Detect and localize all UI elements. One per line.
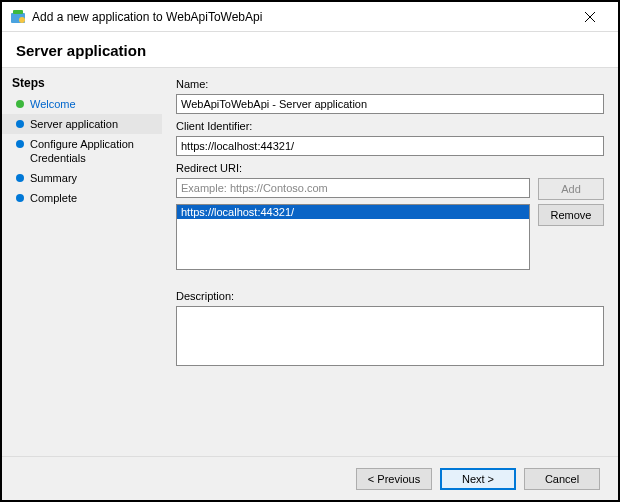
- close-icon: [585, 12, 595, 22]
- sidebar-step-4[interactable]: Complete: [2, 188, 162, 208]
- steps-sidebar: Steps WelcomeServer applicationConfigure…: [2, 68, 162, 456]
- step-label: Complete: [30, 191, 77, 205]
- app-icon: [10, 9, 26, 25]
- client-id-label: Client Identifier:: [176, 120, 604, 132]
- steps-heading: Steps: [2, 74, 162, 94]
- window-title: Add a new application to WebApiToWebApi: [32, 10, 570, 24]
- svg-rect-1: [13, 10, 23, 14]
- description-label: Description:: [176, 290, 604, 302]
- sidebar-step-0[interactable]: Welcome: [2, 94, 162, 114]
- form-area: Name: Client Identifier: Redirect URI: A…: [162, 68, 618, 456]
- titlebar: Add a new application to WebApiToWebApi: [2, 2, 618, 32]
- remove-button[interactable]: Remove: [538, 204, 604, 226]
- redirect-uri-list[interactable]: https://localhost:44321/: [176, 204, 530, 270]
- step-label: Welcome: [30, 97, 76, 111]
- client-id-input[interactable]: [176, 136, 604, 156]
- name-input[interactable]: [176, 94, 604, 114]
- step-label: Server application: [30, 117, 118, 131]
- step-bullet-icon: [16, 140, 24, 148]
- description-input[interactable]: [176, 306, 604, 366]
- sidebar-step-1[interactable]: Server application: [2, 114, 162, 134]
- content-area: Steps WelcomeServer applicationConfigure…: [2, 67, 618, 456]
- step-label: Configure Application Credentials: [30, 137, 150, 165]
- cancel-button[interactable]: Cancel: [524, 468, 600, 490]
- previous-button[interactable]: < Previous: [356, 468, 432, 490]
- step-bullet-icon: [16, 100, 24, 108]
- step-bullet-icon: [16, 120, 24, 128]
- step-bullet-icon: [16, 174, 24, 182]
- sidebar-step-3[interactable]: Summary: [2, 168, 162, 188]
- sidebar-step-2[interactable]: Configure Application Credentials: [2, 134, 162, 168]
- add-button[interactable]: Add: [538, 178, 604, 200]
- step-bullet-icon: [16, 194, 24, 202]
- name-label: Name:: [176, 78, 604, 90]
- close-button[interactable]: [570, 3, 610, 31]
- redirect-uri-input[interactable]: [176, 178, 530, 198]
- svg-point-2: [19, 17, 25, 23]
- step-label: Summary: [30, 171, 77, 185]
- next-button[interactable]: Next >: [440, 468, 516, 490]
- redirect-uri-item[interactable]: https://localhost:44321/: [177, 205, 529, 219]
- page-title: Server application: [2, 32, 618, 67]
- wizard-footer: < Previous Next > Cancel: [2, 456, 618, 500]
- redirect-uri-label: Redirect URI:: [176, 162, 604, 174]
